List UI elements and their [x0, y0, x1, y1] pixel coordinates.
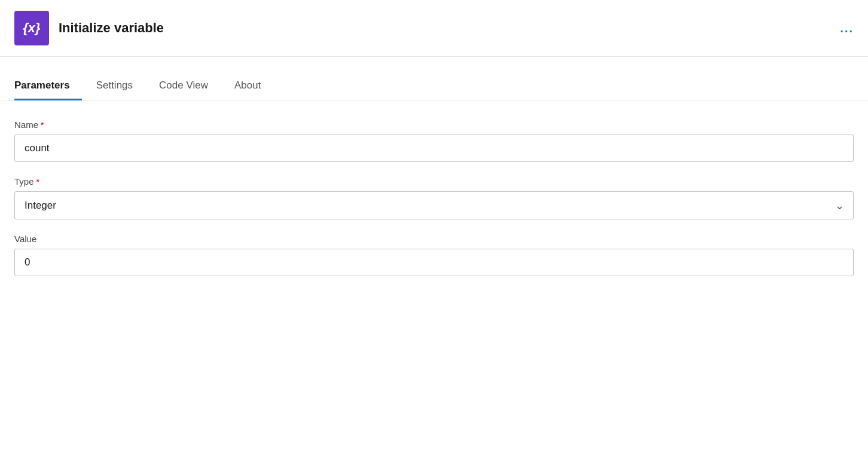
name-label: Name * [14, 120, 854, 130]
tab-parameters[interactable]: Parameters [14, 71, 82, 100]
value-label: Value [14, 234, 854, 244]
header-left: {x} Initialize variable [14, 11, 164, 45]
header-right: ... [840, 22, 854, 35]
tab-code-view[interactable]: Code View [159, 71, 220, 100]
type-required-star: * [36, 177, 39, 187]
name-required-star: * [41, 120, 44, 130]
type-field-group: Type * Integer Float Boolean String Obje… [14, 176, 854, 219]
type-select[interactable]: Integer Float Boolean String Object Arra… [14, 191, 854, 219]
action-header: {x} Initialize variable ... [0, 0, 868, 57]
tab-settings[interactable]: Settings [96, 71, 145, 100]
more-options-button[interactable]: ... [840, 22, 854, 35]
value-input[interactable] [14, 249, 854, 276]
name-input[interactable] [14, 135, 854, 162]
action-icon: {x} [14, 11, 49, 45]
tab-about[interactable]: About [234, 71, 273, 100]
value-field-group: Value [14, 234, 854, 276]
tab-bar: Parameters Settings Code View About [0, 71, 868, 100]
action-title: Initialize variable [59, 20, 164, 36]
form-content: Name * Type * Integer Float Boolean Stri… [0, 100, 868, 310]
type-select-wrapper: Integer Float Boolean String Object Arra… [14, 191, 854, 219]
type-label: Type * [14, 176, 854, 187]
name-field-group: Name * [14, 120, 854, 162]
